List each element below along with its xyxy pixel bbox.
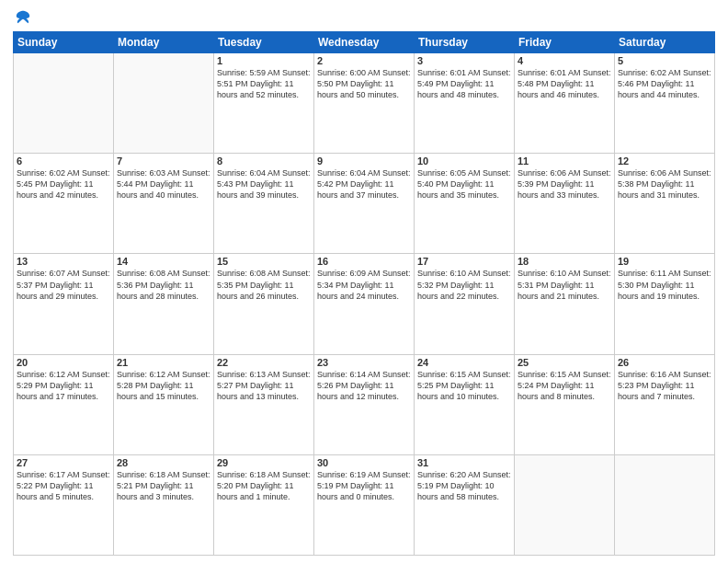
cell-day-number: 2 bbox=[317, 55, 411, 66]
calendar-cell: 6Sunrise: 6:02 AM Sunset: 5:45 PM Daylig… bbox=[14, 154, 114, 254]
cell-day-info: Sunrise: 6:04 AM Sunset: 5:42 PM Dayligh… bbox=[317, 167, 411, 201]
cell-day-info: Sunrise: 6:08 AM Sunset: 5:35 PM Dayligh… bbox=[217, 268, 311, 301]
calendar-cell: 29Sunrise: 6:18 AM Sunset: 5:20 PM Dayli… bbox=[214, 454, 314, 555]
calendar-cell: 30Sunrise: 6:19 AM Sunset: 5:19 PM Dayli… bbox=[314, 454, 415, 555]
logo-bird-icon bbox=[15, 9, 31, 26]
cell-day-number: 24 bbox=[417, 357, 511, 368]
calendar-header-tuesday: Tuesday bbox=[214, 32, 314, 53]
cell-day-info: Sunrise: 6:20 AM Sunset: 5:19 PM Dayligh… bbox=[417, 469, 511, 502]
cell-day-info: Sunrise: 5:59 AM Sunset: 5:51 PM Dayligh… bbox=[217, 67, 311, 100]
cell-day-number: 30 bbox=[317, 457, 411, 468]
calendar-week-row: 13Sunrise: 6:07 AM Sunset: 5:37 PM Dayli… bbox=[14, 254, 715, 354]
calendar-cell: 17Sunrise: 6:10 AM Sunset: 5:32 PM Dayli… bbox=[415, 254, 515, 354]
cell-day-info: Sunrise: 6:02 AM Sunset: 5:45 PM Dayligh… bbox=[17, 167, 110, 201]
cell-day-number: 11 bbox=[518, 155, 611, 167]
cell-day-info: Sunrise: 6:08 AM Sunset: 5:36 PM Dayligh… bbox=[117, 268, 210, 301]
cell-day-number: 7 bbox=[117, 155, 210, 167]
cell-day-number: 1 bbox=[217, 55, 311, 66]
calendar-cell: 31Sunrise: 6:20 AM Sunset: 5:19 PM Dayli… bbox=[415, 454, 515, 555]
cell-day-info: Sunrise: 6:02 AM Sunset: 5:46 PM Dayligh… bbox=[618, 67, 711, 100]
cell-day-number: 31 bbox=[417, 457, 511, 468]
cell-day-info: Sunrise: 6:01 AM Sunset: 5:48 PM Dayligh… bbox=[518, 67, 611, 100]
calendar-cell: 7Sunrise: 6:03 AM Sunset: 5:44 PM Daylig… bbox=[114, 154, 214, 254]
calendar-cell: 4Sunrise: 6:01 AM Sunset: 5:48 PM Daylig… bbox=[515, 53, 615, 154]
cell-day-number: 4 bbox=[518, 55, 611, 66]
cell-day-info: Sunrise: 6:10 AM Sunset: 5:31 PM Dayligh… bbox=[518, 268, 611, 301]
calendar-cell bbox=[515, 454, 615, 555]
cell-day-number: 13 bbox=[17, 256, 110, 267]
cell-day-info: Sunrise: 6:10 AM Sunset: 5:32 PM Dayligh… bbox=[417, 268, 511, 301]
cell-day-info: Sunrise: 6:07 AM Sunset: 5:37 PM Dayligh… bbox=[17, 268, 110, 301]
cell-day-info: Sunrise: 6:00 AM Sunset: 5:50 PM Dayligh… bbox=[317, 67, 411, 100]
calendar-cell: 18Sunrise: 6:10 AM Sunset: 5:31 PM Dayli… bbox=[515, 254, 615, 354]
cell-day-info: Sunrise: 6:19 AM Sunset: 5:19 PM Dayligh… bbox=[317, 469, 411, 502]
cell-day-info: Sunrise: 6:06 AM Sunset: 5:39 PM Dayligh… bbox=[518, 167, 611, 201]
calendar-cell: 28Sunrise: 6:18 AM Sunset: 5:21 PM Dayli… bbox=[114, 454, 214, 555]
cell-day-number: 28 bbox=[117, 457, 210, 468]
calendar-cell: 9Sunrise: 6:04 AM Sunset: 5:42 PM Daylig… bbox=[314, 154, 415, 254]
cell-day-number: 17 bbox=[417, 256, 511, 267]
cell-day-info: Sunrise: 6:18 AM Sunset: 5:20 PM Dayligh… bbox=[217, 469, 311, 502]
calendar-cell: 8Sunrise: 6:04 AM Sunset: 5:43 PM Daylig… bbox=[214, 154, 314, 254]
calendar-cell: 3Sunrise: 6:01 AM Sunset: 5:49 PM Daylig… bbox=[415, 53, 515, 154]
cell-day-info: Sunrise: 6:04 AM Sunset: 5:43 PM Dayligh… bbox=[217, 167, 311, 201]
cell-day-number: 14 bbox=[117, 256, 210, 267]
cell-day-number: 8 bbox=[217, 155, 311, 167]
calendar-cell: 20Sunrise: 6:12 AM Sunset: 5:29 PM Dayli… bbox=[14, 354, 114, 454]
calendar-cell: 15Sunrise: 6:08 AM Sunset: 5:35 PM Dayli… bbox=[214, 254, 314, 354]
cell-day-number: 12 bbox=[618, 155, 711, 167]
cell-day-number: 19 bbox=[618, 256, 711, 267]
calendar-cell: 27Sunrise: 6:17 AM Sunset: 5:22 PM Dayli… bbox=[14, 454, 114, 555]
cell-day-number: 18 bbox=[518, 256, 611, 267]
cell-day-info: Sunrise: 6:03 AM Sunset: 5:44 PM Dayligh… bbox=[117, 167, 210, 201]
calendar-cell: 5Sunrise: 6:02 AM Sunset: 5:46 PM Daylig… bbox=[615, 53, 715, 154]
calendar-week-row: 27Sunrise: 6:17 AM Sunset: 5:22 PM Dayli… bbox=[14, 454, 715, 555]
cell-day-info: Sunrise: 6:05 AM Sunset: 5:40 PM Dayligh… bbox=[417, 167, 511, 201]
cell-day-number: 5 bbox=[618, 55, 711, 66]
calendar-cell: 12Sunrise: 6:06 AM Sunset: 5:38 PM Dayli… bbox=[615, 154, 715, 254]
calendar-header-saturday: Saturday bbox=[615, 32, 715, 53]
cell-day-number: 29 bbox=[217, 457, 311, 468]
cell-day-info: Sunrise: 6:12 AM Sunset: 5:28 PM Dayligh… bbox=[117, 369, 210, 402]
cell-day-info: Sunrise: 6:12 AM Sunset: 5:29 PM Dayligh… bbox=[17, 369, 110, 402]
calendar-cell: 16Sunrise: 6:09 AM Sunset: 5:34 PM Dayli… bbox=[314, 254, 415, 354]
calendar-cell: 10Sunrise: 6:05 AM Sunset: 5:40 PM Dayli… bbox=[415, 154, 515, 254]
cell-day-info: Sunrise: 6:15 AM Sunset: 5:25 PM Dayligh… bbox=[417, 369, 511, 402]
calendar-header-thursday: Thursday bbox=[415, 32, 515, 53]
calendar-week-row: 6Sunrise: 6:02 AM Sunset: 5:45 PM Daylig… bbox=[14, 154, 715, 254]
cell-day-number: 27 bbox=[17, 457, 110, 468]
calendar-cell: 14Sunrise: 6:08 AM Sunset: 5:36 PM Dayli… bbox=[114, 254, 214, 354]
calendar-week-row: 1Sunrise: 5:59 AM Sunset: 5:51 PM Daylig… bbox=[14, 53, 715, 154]
cell-day-info: Sunrise: 6:16 AM Sunset: 5:23 PM Dayligh… bbox=[618, 369, 711, 402]
cell-day-number: 21 bbox=[117, 357, 210, 368]
cell-day-number: 3 bbox=[417, 55, 511, 66]
cell-day-info: Sunrise: 6:15 AM Sunset: 5:24 PM Dayligh… bbox=[518, 369, 611, 402]
calendar-cell: 22Sunrise: 6:13 AM Sunset: 5:27 PM Dayli… bbox=[214, 354, 314, 454]
calendar-cell bbox=[14, 53, 114, 154]
calendar-cell: 2Sunrise: 6:00 AM Sunset: 5:50 PM Daylig… bbox=[314, 53, 415, 154]
header bbox=[13, 9, 715, 26]
calendar-header-monday: Monday bbox=[114, 32, 214, 53]
cell-day-number: 25 bbox=[518, 357, 611, 368]
calendar-header-friday: Friday bbox=[515, 32, 615, 53]
cell-day-number: 23 bbox=[317, 357, 411, 368]
calendar-body: 1Sunrise: 5:59 AM Sunset: 5:51 PM Daylig… bbox=[14, 53, 715, 556]
calendar-table: SundayMondayTuesdayWednesdayThursdayFrid… bbox=[13, 31, 715, 556]
calendar-cell: 24Sunrise: 6:15 AM Sunset: 5:25 PM Dayli… bbox=[415, 354, 515, 454]
cell-day-info: Sunrise: 6:09 AM Sunset: 5:34 PM Dayligh… bbox=[317, 268, 411, 301]
cell-day-number: 10 bbox=[417, 155, 511, 167]
cell-day-number: 15 bbox=[217, 256, 311, 267]
cell-day-number: 26 bbox=[618, 357, 711, 368]
cell-day-info: Sunrise: 6:06 AM Sunset: 5:38 PM Dayligh… bbox=[618, 167, 711, 201]
logo bbox=[13, 9, 33, 26]
calendar-cell: 23Sunrise: 6:14 AM Sunset: 5:26 PM Dayli… bbox=[314, 354, 415, 454]
calendar-cell: 25Sunrise: 6:15 AM Sunset: 5:24 PM Dayli… bbox=[515, 354, 615, 454]
calendar-cell: 1Sunrise: 5:59 AM Sunset: 5:51 PM Daylig… bbox=[214, 53, 314, 154]
page: SundayMondayTuesdayWednesdayThursdayFrid… bbox=[0, 0, 728, 563]
cell-day-number: 22 bbox=[217, 357, 311, 368]
calendar-header-sunday: Sunday bbox=[14, 32, 114, 53]
cell-day-info: Sunrise: 6:11 AM Sunset: 5:30 PM Dayligh… bbox=[618, 268, 711, 301]
cell-day-info: Sunrise: 6:17 AM Sunset: 5:22 PM Dayligh… bbox=[17, 469, 110, 502]
calendar-week-row: 20Sunrise: 6:12 AM Sunset: 5:29 PM Dayli… bbox=[14, 354, 715, 454]
cell-day-number: 16 bbox=[317, 256, 411, 267]
